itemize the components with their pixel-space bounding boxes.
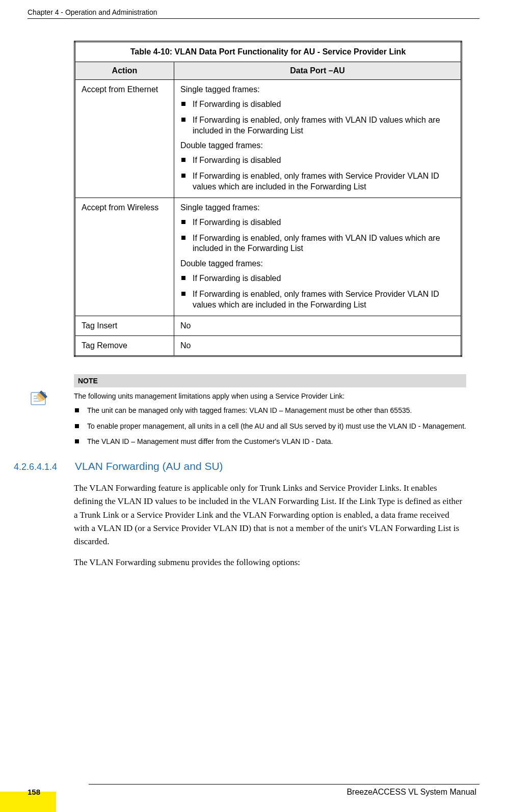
bullet-list: If Forwarding is disabled If Forwarding … xyxy=(180,155,455,192)
list-item: If Forwarding is enabled, only frames wi… xyxy=(180,289,455,311)
list-item: The unit can be managed only with tagged… xyxy=(74,406,466,415)
data-cell: No xyxy=(174,335,462,356)
table-row: Tag Insert No xyxy=(75,316,462,335)
page-footer: 158 BreezeACCESS VL System Manual xyxy=(28,784,479,797)
section-title: VLAN Forwarding (AU and SU) xyxy=(75,460,223,472)
chapter-title: Chapter 4 - Operation and Administration xyxy=(28,8,157,16)
table-header-row: Action Data Port –AU xyxy=(75,62,462,80)
body-paragraph: The VLAN Forwarding submenu provides the… xyxy=(74,556,466,569)
data-cell: No xyxy=(174,316,462,335)
list-item: If Forwarding is disabled xyxy=(180,155,455,166)
cell-lead: Single tagged frames: xyxy=(180,203,455,212)
note-pencil-icon xyxy=(30,389,48,408)
section-heading: 4.2.6.4.1.4 VLAN Forwarding (AU and SU) xyxy=(74,460,466,472)
bullet-list: If Forwarding is disabled If Forwarding … xyxy=(180,273,455,310)
action-cell: Accept from Ethernet xyxy=(75,80,174,198)
page-number-box: 158 xyxy=(28,788,40,797)
cell-lead: Single tagged frames: xyxy=(180,85,455,94)
action-cell: Tag Insert xyxy=(75,316,174,335)
table-row: Accept from Ethernet Single tagged frame… xyxy=(75,80,462,198)
col-dataport-header: Data Port –AU xyxy=(174,62,462,80)
table-row: Tag Remove No xyxy=(75,335,462,356)
table-row: Accept from Wireless Single tagged frame… xyxy=(75,198,462,316)
page-number: 158 xyxy=(28,788,40,796)
vlan-table: Table 4-10: VLAN Data Port Functionality… xyxy=(74,41,462,357)
section-body: The VLAN Forwarding feature is applicabl… xyxy=(74,482,466,569)
action-cell: Tag Remove xyxy=(75,335,174,356)
footer-row: 158 BreezeACCESS VL System Manual xyxy=(28,788,479,797)
col-action-header: Action xyxy=(75,62,174,80)
list-item: To enable proper management, all units i… xyxy=(74,422,466,431)
note-list: The unit can be managed only with tagged… xyxy=(74,406,466,446)
section-number: 4.2.6.4.1.4 xyxy=(14,462,75,472)
footer-rule xyxy=(89,784,479,785)
list-item: If Forwarding is enabled, only frames wi… xyxy=(180,115,455,136)
cell-lead: Double tagged frames: xyxy=(180,141,455,150)
list-item: If Forwarding is disabled xyxy=(180,273,455,284)
list-item: If Forwarding is disabled xyxy=(180,217,455,228)
bullet-list: If Forwarding is disabled If Forwarding … xyxy=(180,99,455,136)
note-label: NOTE xyxy=(74,374,466,387)
table-title: Table 4-10: VLAN Data Port Functionality… xyxy=(75,42,462,62)
note-intro: The following units management limitatio… xyxy=(74,391,466,401)
list-item: If Forwarding is enabled, only frames wi… xyxy=(180,233,455,255)
data-cell: Single tagged frames: If Forwarding is d… xyxy=(174,198,462,316)
note-block: NOTE The following units management limi… xyxy=(74,374,466,446)
note-body: The following units management limitatio… xyxy=(74,391,466,446)
bullet-list: If Forwarding is disabled If Forwarding … xyxy=(180,217,455,254)
action-cell: Accept from Wireless xyxy=(75,198,174,316)
data-cell: Single tagged frames: If Forwarding is d… xyxy=(174,80,462,198)
table-title-row: Table 4-10: VLAN Data Port Functionality… xyxy=(75,42,462,62)
list-item: The VLAN ID – Management must differ fro… xyxy=(74,437,466,446)
list-item: If Forwarding is disabled xyxy=(180,99,455,110)
list-item: If Forwarding is enabled, only frames wi… xyxy=(180,171,455,192)
manual-title: BreezeACCESS VL System Manual xyxy=(346,788,476,797)
page-content: Table 4-10: VLAN Data Port Functionality… xyxy=(74,41,466,576)
cell-lead: Double tagged frames: xyxy=(180,259,455,268)
body-paragraph: The VLAN Forwarding feature is applicabl… xyxy=(74,482,466,549)
page-header: Chapter 4 - Operation and Administration xyxy=(28,8,479,19)
